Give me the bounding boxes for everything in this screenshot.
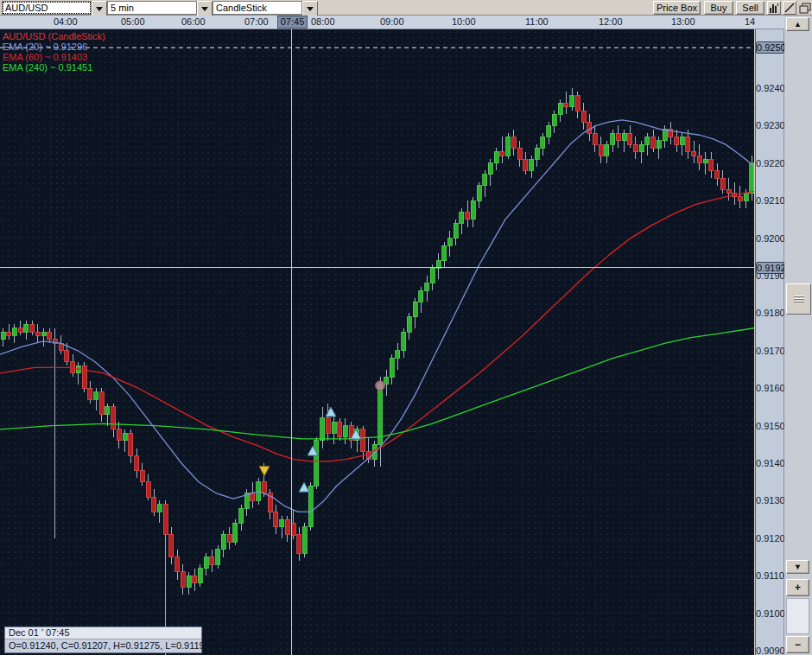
trendline-tool-icon[interactable] [783, 1, 796, 15]
market-depth-icon[interactable] [767, 1, 781, 15]
ohlc-tooltip: Dec 01 ' 07:45 O=0.91240, C=0.91207, H=0… [4, 626, 202, 653]
tooltip-datetime: Dec 01 ' 07:45 [5, 627, 201, 639]
candle-body [111, 407, 116, 429]
candle-body [436, 261, 441, 269]
scrollbar-thumb[interactable] [786, 283, 811, 315]
grip-icon [794, 299, 804, 300]
price-axis-label: 0.9220 [756, 158, 783, 169]
sell-button[interactable]: Sell [736, 1, 764, 15]
candle-body [338, 422, 342, 436]
chart-type-combo-value[interactable]: CandleStick [213, 1, 302, 15]
time-axis-label: 09:00 [380, 16, 404, 27]
buy-arrow-marker [326, 407, 336, 417]
candle-body [587, 122, 592, 133]
crosshair-time-readout: 07:45 [277, 16, 308, 29]
candle-body [274, 512, 278, 526]
candle-body [396, 351, 400, 359]
candle-body [216, 550, 220, 564]
candle-body [65, 351, 69, 362]
candle-body [169, 534, 174, 556]
candle-body [425, 283, 429, 291]
time-axis[interactable]: 04:0005:0006:0007:0008:0009:0010:0011:00… [0, 16, 784, 29]
price-axis-label: 0.9110 [756, 570, 783, 581]
price-axis-label: 0.9180 [756, 308, 783, 318]
zoom-in-button[interactable]: + [786, 579, 809, 596]
candle-body [639, 144, 644, 152]
time-axis-label: 08:00 [311, 16, 335, 27]
candlestick-chart[interactable] [0, 29, 754, 655]
candle-body [285, 519, 289, 534]
time-axis-label: 11:00 [525, 16, 549, 27]
candle-body [651, 137, 656, 148]
candle-body [477, 186, 481, 200]
chart-area[interactable]: AUD/USD (CandleStick)EMA (20) ~ 0.91296E… [0, 29, 754, 655]
candle-body [12, 328, 16, 336]
legend-line: AUD/USD (CandleStick) [3, 31, 105, 41]
toolbar: AUD/USD 5 min CandleStick Price Box Buy … [0, 0, 812, 16]
price-readout-chip: 0.92508 [756, 41, 784, 54]
price-axis-label: 0.9150 [756, 421, 783, 431]
zoom-track[interactable] [786, 598, 809, 634]
candle-body [251, 493, 255, 501]
candle-body [129, 433, 133, 455]
symbol-combo-value[interactable]: AUD/USD [2, 1, 92, 15]
candle-body [233, 523, 238, 542]
candle-body [326, 418, 330, 433]
scroll-up-button[interactable]: ▲ [786, 17, 809, 31]
time-axis-label: 06:00 [181, 16, 206, 27]
price-axis-label: 0.9170 [756, 346, 783, 356]
overlapping-windows-glyph [799, 3, 811, 14]
legend-line: EMA (60) ~ 0.91403 [3, 52, 105, 62]
candle-body [175, 557, 180, 572]
candle-body [140, 471, 144, 482]
candle-body [535, 148, 539, 159]
candle-body [633, 144, 638, 152]
depth-bars-glyph [769, 3, 779, 13]
scroll-down-button[interactable]: ▼ [786, 560, 809, 574]
buy-button[interactable]: Buy [704, 1, 733, 15]
candle-body [419, 290, 423, 302]
interval-combo-arrow[interactable] [197, 1, 213, 16]
candle-body [135, 455, 139, 470]
chart-type-combo[interactable]: CandleStick [213, 1, 318, 15]
candle-body [1, 332, 5, 340]
candle-body [262, 482, 266, 493]
candle-body [593, 133, 597, 144]
candle-body [552, 114, 556, 125]
candle-body [181, 572, 185, 587]
candle-body [564, 103, 568, 106]
candle-body [99, 392, 104, 415]
candle-body [744, 194, 748, 201]
candle-body [442, 245, 447, 260]
candle-body [314, 441, 319, 486]
candle-body [30, 324, 35, 332]
symbol-combo[interactable]: AUD/USD [2, 1, 107, 15]
time-axis-label: 04:00 [54, 16, 78, 27]
chevron-down-icon [96, 7, 103, 11]
candle-body [511, 137, 516, 148]
zoom-out-button[interactable]: − [786, 636, 809, 653]
cascade-windows-icon[interactable] [798, 1, 812, 15]
price-axis-label: 0.9120 [756, 533, 783, 544]
line-glyph [784, 3, 795, 13]
candle-body [720, 178, 725, 189]
candle-body [530, 159, 534, 170]
time-axis-label: 05:00 [121, 16, 145, 27]
candle-body [407, 317, 411, 332]
candle-body [494, 152, 498, 163]
chart-type-combo-arrow[interactable] [302, 1, 318, 16]
price-axis[interactable]: 0.92400.92300.92200.92100.92000.91900.91… [755, 29, 784, 655]
price-axis-label: 0.9210 [756, 195, 783, 206]
legend-line: EMA (240) ~ 0.91451 [3, 62, 105, 73]
candle-body [506, 137, 511, 156]
candle-body [466, 212, 470, 219]
price-box-button[interactable]: Price Box [653, 1, 701, 15]
price-axis-label: 0.9140 [756, 458, 783, 468]
time-axis-label: 07:00 [244, 16, 269, 27]
candle-body [41, 332, 46, 335]
candle-body [547, 125, 551, 137]
candle-body [390, 358, 394, 377]
interval-combo[interactable]: 5 min [107, 1, 213, 15]
interval-combo-value[interactable]: 5 min [107, 1, 197, 15]
symbol-combo-arrow[interactable] [92, 1, 107, 16]
